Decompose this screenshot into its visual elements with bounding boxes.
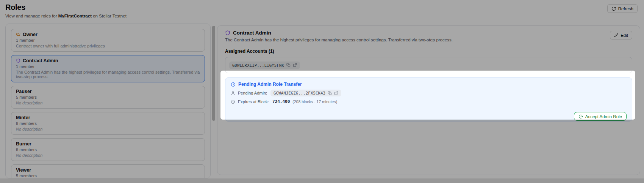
- expires-label: Expires at Block:: [238, 99, 269, 104]
- role-description: No description: [16, 153, 200, 158]
- edit-label: Edit: [621, 33, 628, 38]
- role-card-owner[interactable]: Owner 1 member Contract owner with full …: [11, 29, 205, 52]
- external-link-icon[interactable]: [334, 91, 338, 95]
- copy-address-button[interactable]: [286, 63, 291, 67]
- pending-admin-label: Pending Admin:: [238, 91, 267, 95]
- edit-button[interactable]: Edit: [610, 31, 632, 39]
- account-address: GDWLLRXLIP...EIGY5FNK: [232, 63, 284, 68]
- clock-icon: [231, 82, 236, 87]
- role-members: 5 members: [16, 95, 200, 99]
- refresh-label: Refresh: [618, 6, 633, 11]
- expires-note: (208 blocks · 17 minutes): [292, 99, 337, 104]
- pending-transfer-title: Pending Admin Role Transfer: [238, 82, 302, 87]
- role-name: Viewer: [16, 167, 31, 173]
- detail-header: Contract Admin The Contract Admin has th…: [225, 30, 632, 42]
- role-name: Burner: [16, 141, 31, 147]
- role-members: 8 members: [16, 121, 200, 126]
- page-header: Roles View and manage roles for MyFirstC…: [5, 3, 639, 18]
- role-list-scrollbar[interactable]: [212, 26, 215, 121]
- divider: [231, 108, 627, 108]
- role-card-minter[interactable]: Minter 8 members No description: [11, 112, 205, 135]
- role-description: No description: [16, 127, 200, 131]
- page-title: Roles: [5, 3, 639, 12]
- account-address-chip: GDWLLRXLIP...EIGY5FNK: [229, 62, 300, 69]
- assigned-accounts-box: GDWLLRXLIP...EIGY5FNK: [225, 57, 632, 73]
- user-icon: [231, 91, 235, 95]
- check-circle-icon: [578, 114, 583, 119]
- expires-block-number: 724,400: [272, 99, 290, 104]
- external-link-icon[interactable]: [293, 63, 297, 67]
- role-members: 6 members: [16, 147, 200, 152]
- pending-admin-address: GCWANJEGZ6...2FX5CK43: [274, 91, 325, 95]
- pending-admin-chip: GCWANJEGZ6...2FX5CK43: [270, 90, 341, 96]
- subtitle-prefix: View and manage roles for: [5, 14, 58, 18]
- assigned-accounts-heading: Assigned Accounts (1): [225, 49, 632, 54]
- role-list: Owner 1 member Contract owner with full …: [5, 24, 211, 178]
- role-name: Pauser: [16, 89, 32, 94]
- page-subtitle: View and manage roles for MyFirstContrac…: [5, 14, 639, 18]
- role-name: Owner: [23, 32, 38, 37]
- shield-icon: [225, 30, 230, 36]
- role-members: 1 member: [16, 38, 200, 43]
- shield-icon: [16, 58, 20, 63]
- clock-icon: [231, 99, 235, 104]
- role-description: The Contract Admin has the highest privi…: [16, 70, 200, 79]
- role-card-pauser[interactable]: Pauser 5 members No description: [11, 86, 205, 109]
- page-bottom-strip: [0, 178, 644, 183]
- role-description: Contract owner with full administrative …: [16, 44, 200, 48]
- contract-name: MyFirstContract: [58, 14, 92, 18]
- role-name: Contract Admin: [23, 58, 58, 63]
- pencil-icon: [614, 33, 618, 37]
- role-detail-panel: Contract Admin The Contract Admin has th…: [217, 25, 640, 175]
- crown-icon: [16, 32, 20, 37]
- role-members: 5 members: [16, 174, 200, 178]
- pending-transfer-card: Pending Admin Role Transfer Pending Admi…: [225, 77, 632, 121]
- role-card-burner[interactable]: Burner 6 members No description: [11, 138, 205, 161]
- accept-admin-role-button[interactable]: Accept Admin Role: [574, 112, 627, 121]
- role-name: Minter: [16, 115, 30, 120]
- detail-title: Contract Admin: [233, 30, 271, 36]
- role-card-viewer[interactable]: Viewer 5 members No description: [11, 164, 205, 178]
- copy-pending-address-button[interactable]: [328, 91, 332, 95]
- refresh-icon: [611, 6, 616, 11]
- role-card-contract-admin[interactable]: Contract Admin 1 member The Contract Adm…: [11, 55, 205, 82]
- refresh-button[interactable]: Refresh: [607, 4, 638, 13]
- role-members: 1 member: [16, 64, 200, 69]
- detail-description: The Contract Admin has the highest privi…: [225, 38, 453, 42]
- accept-label: Accept Admin Role: [585, 114, 622, 119]
- subtitle-suffix: on Stellar Testnet: [92, 14, 127, 18]
- role-description: No description: [16, 101, 200, 105]
